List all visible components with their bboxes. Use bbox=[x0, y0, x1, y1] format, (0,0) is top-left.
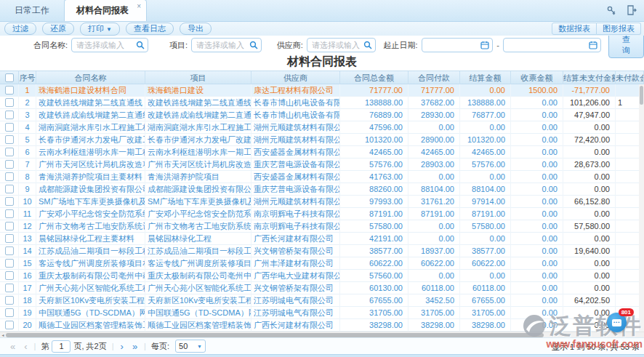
supplier-cell[interactable]: 重庆艺普电源设备有限公司 bbox=[251, 159, 340, 171]
project-cell[interactable]: 长春市伊通河水力发电厂改建工程 bbox=[145, 134, 251, 146]
supplier-cell[interactable]: 江苏明城电气有限公司 bbox=[251, 294, 340, 307]
table-row[interactable]: 12广州市文物考古工地安防系统设备保修材广州市文物考古工地安防系统设备保修南京明… bbox=[0, 220, 644, 233]
contract-name-cell[interactable]: 长春市伊通河水力发电厂改建工程材料合同 bbox=[36, 134, 145, 146]
close-icon[interactable]: × bbox=[137, 2, 141, 10]
table-row[interactable]: 17广州天心苑小区智能化系统工程材料合同广州天心苑小区智能化系统工程兴文钢管桥架… bbox=[0, 282, 644, 294]
contract-name-cell[interactable]: 广州天心苑小区智能化系统工程材料合同 bbox=[36, 282, 145, 294]
col-project[interactable]: 项目 bbox=[145, 71, 251, 85]
first-page-button[interactable]: « bbox=[10, 341, 15, 352]
supplier-cell[interactable]: 兴文钢管桥架有限公司 bbox=[251, 245, 340, 257]
graph-report-button[interactable]: 图形报表 bbox=[597, 23, 641, 35]
contract-name-cell[interactable]: 改建铁路成渝线增建第二直通线（成渝枢纽 bbox=[36, 109, 145, 121]
supplier-cell[interactable]: 西安盛器金属材料有限公司 bbox=[251, 146, 340, 159]
project-cell[interactable]: 改建铁路线增建第二线直通线（成都-西安 bbox=[145, 97, 251, 109]
row-checkbox[interactable] bbox=[5, 321, 14, 329]
print-button[interactable]: 打印 ▼ bbox=[80, 23, 120, 36]
supplier-cell[interactable]: 湖州元顺建筑材料有限公司 bbox=[251, 121, 340, 134]
end-date-input[interactable] bbox=[503, 38, 601, 52]
table-row[interactable]: 7广州市天河区统计局机房改造项目材料合同广州市天河区统计局机房改造项目重庆艺普电… bbox=[0, 159, 644, 171]
col-invoice-amount[interactable]: 收票金额 bbox=[511, 71, 563, 85]
search-icon[interactable] bbox=[136, 41, 145, 51]
contract-name-cell[interactable]: 晨铭园林绿化工程主要材料 bbox=[36, 233, 145, 245]
row-checkbox[interactable] bbox=[5, 148, 14, 156]
contract-name-cell[interactable]: 中国联通5G（TD-SCDMA）网络三期四川 bbox=[36, 307, 145, 319]
project-cell[interactable]: 广州市文物考古工地安防系统设备保修 bbox=[145, 220, 251, 233]
row-checkbox[interactable] bbox=[5, 246, 14, 255]
row-checkbox[interactable] bbox=[5, 172, 14, 181]
table-row[interactable]: 2改建铁路线增建第二线直通线（成都-西安改建铁路线增建第二线直通线（成都-西安长… bbox=[0, 97, 644, 109]
project-cell[interactable]: 青海洪湖养护院项目 bbox=[145, 171, 251, 183]
col-unpaid-amount[interactable]: 未付款金额 bbox=[616, 71, 644, 85]
project-cell[interactable]: 顺德工业园区档案管理精装饰工程（一标 bbox=[145, 319, 251, 332]
data-report-button[interactable]: 数据报表 bbox=[552, 23, 597, 35]
contract-name-cell[interactable]: 青海洪湖养护院项目主要材料 bbox=[36, 171, 145, 183]
table-row[interactable]: 3改建铁路成渝线增建第二直通线（成渝枢纽改建铁路成渝线增建第二直通线（成渝枢纽长… bbox=[0, 109, 644, 121]
row-checkbox[interactable] bbox=[5, 284, 14, 292]
key-icon[interactable] bbox=[606, 5, 616, 15]
project-cell[interactable]: 云南水利枢纽潜明水库一期工程施工标 bbox=[145, 146, 251, 159]
supplier-cell[interactable]: 重庆艺普电源设备有限公司 bbox=[251, 183, 340, 196]
row-checkbox[interactable] bbox=[5, 160, 14, 169]
col-index[interactable]: 序号 bbox=[19, 71, 36, 85]
table-row[interactable]: 11广安邓小平纪念馆安全防范系统维护保养广安邓小平纪念馆安全防范系统维护保养南京… bbox=[0, 208, 644, 220]
project-cell[interactable]: 湖南洞庭湖水库引水工程施工标 bbox=[145, 121, 251, 134]
table-row[interactable]: 19中国联通5G（TD-SCDMA）网络三期四川中国联通5G（TD-SCDMA）… bbox=[0, 307, 644, 319]
supplier-cell[interactable]: 南京明辉电子科技有限公司 bbox=[251, 220, 340, 233]
col-settle-amount[interactable]: 结算金额 bbox=[460, 71, 511, 85]
contract-name-cell[interactable]: 改建铁路线增建第二线直通线（成都-西安 bbox=[36, 97, 145, 109]
project-cell[interactable]: 晨铭园林绿化工程 bbox=[145, 233, 251, 245]
tab-daily-work[interactable]: 日常工作 bbox=[3, 0, 61, 21]
project-cell[interactable]: 成都能源建设集团投资有限公司临时办公 bbox=[145, 183, 251, 196]
supplier-cell[interactable]: 广州丰泽建材有限公司 bbox=[251, 257, 340, 270]
page-number-input[interactable] bbox=[52, 340, 71, 353]
search-icon[interactable] bbox=[363, 41, 372, 51]
supplier-cell[interactable]: 长春市博山机电设备有限公司 bbox=[251, 97, 340, 109]
next-page-button[interactable]: › bbox=[121, 341, 124, 352]
supplier-input[interactable]: 请选择或输入 bbox=[307, 38, 376, 52]
calendar-icon[interactable] bbox=[480, 41, 489, 51]
row-checkbox[interactable] bbox=[5, 111, 14, 119]
select-all-checkbox[interactable] bbox=[5, 73, 14, 82]
supplier-cell[interactable]: 湖州元顺建筑材料有限公司 bbox=[251, 196, 340, 208]
table-row[interactable]: 20顺德工业园区档案管理精装饰工程（一标顺德工业园区档案管理精装饰工程（一标广西… bbox=[0, 319, 644, 332]
scrollbar-thumb[interactable] bbox=[640, 86, 643, 105]
filter-button[interactable]: 过滤 bbox=[4, 23, 36, 35]
restore-button[interactable]: 还原 bbox=[42, 23, 74, 35]
project-cell[interactable]: 重庆太极制药有限公司亳州中药材仓储物流 bbox=[145, 270, 251, 282]
contract-name-cell[interactable]: 云南水利枢纽潜明水库一期工程施工标材 bbox=[36, 146, 145, 159]
exit-icon[interactable] bbox=[627, 5, 637, 15]
project-cell[interactable]: 改建铁路成渝线增建第二直通线（成渝枢纽 bbox=[145, 109, 251, 121]
last-page-button[interactable]: » bbox=[132, 341, 137, 352]
contract-name-cell[interactable]: 江苏成品油二期项目一标段工程材料合同 bbox=[36, 245, 145, 257]
contract-name-cell[interactable]: 广安邓小平纪念馆安全防范系统维护保养 bbox=[36, 208, 145, 220]
row-checkbox[interactable] bbox=[5, 271, 14, 280]
row-checkbox[interactable] bbox=[5, 98, 14, 107]
col-paid-amount[interactable]: 合同付款 bbox=[408, 71, 460, 85]
project-cell[interactable]: 珠海鹤港口建设 bbox=[145, 84, 251, 97]
row-checkbox[interactable] bbox=[5, 222, 14, 230]
project-cell[interactable]: SM广场地下车库更换摄像机及硬盘项目 bbox=[145, 196, 251, 208]
export-button[interactable]: 导出 bbox=[180, 23, 212, 35]
search-icon[interactable] bbox=[249, 41, 258, 51]
row-checkbox[interactable] bbox=[5, 234, 14, 243]
supplier-cell[interactable]: 广西长河建材有限公司 bbox=[251, 233, 340, 245]
contract-name-cell[interactable]: 客运专线广州调度所装修项目材料合同 bbox=[36, 257, 145, 270]
tab-material-contract-report[interactable]: 材料合同报表 × bbox=[64, 0, 147, 21]
table-row[interactable]: 18天府新区10Kv变电所安装工程主要材料天府新区10Kv变电所安装工程江苏明城… bbox=[0, 294, 644, 307]
project-cell[interactable]: 广州市天河区统计局机房改造项目 bbox=[145, 159, 251, 171]
supplier-cell[interactable]: 西安盛器金属材料有限公司 bbox=[251, 171, 340, 183]
contract-name-cell[interactable]: SM广场地下车库更换摄像机及硬盘项目主 bbox=[36, 196, 145, 208]
row-checkbox[interactable] bbox=[5, 185, 14, 193]
project-cell[interactable]: 江苏成品油二期项目一标段工程 bbox=[145, 245, 251, 257]
table-row[interactable]: 8青海洪湖养护院项目主要材料青海洪湖养护院项目西安盛器金属材料有限公司41763… bbox=[0, 171, 644, 183]
calendar-icon[interactable] bbox=[589, 41, 597, 51]
supplier-cell[interactable]: 南京明辉电子科技有限公司 bbox=[251, 208, 340, 220]
project-cell[interactable]: 广州天心苑小区智能化系统工程 bbox=[145, 282, 251, 294]
table-row[interactable]: 4湖南洞庭湖水库引水工程施工标材料合同湖南洞庭湖水库引水工程施工标湖州元顺建筑材… bbox=[0, 121, 644, 134]
project-cell[interactable]: 中国联通5G（TD-SCDMA）网络三期四川 bbox=[145, 307, 251, 319]
row-checkbox[interactable] bbox=[5, 209, 14, 218]
table-row[interactable]: 15客运专线广州调度所装修项目材料合同客运专线广州调度所装修项目广州丰泽建材有限… bbox=[0, 257, 644, 270]
table-row[interactable]: 10SM广场地下车库更换摄像机及硬盘项目主SM广场地下车库更换摄像机及硬盘项目湖… bbox=[0, 196, 644, 208]
row-checkbox[interactable] bbox=[5, 197, 14, 206]
contract-name-cell[interactable]: 湖南洞庭湖水库引水工程施工标材料合同 bbox=[36, 121, 145, 134]
